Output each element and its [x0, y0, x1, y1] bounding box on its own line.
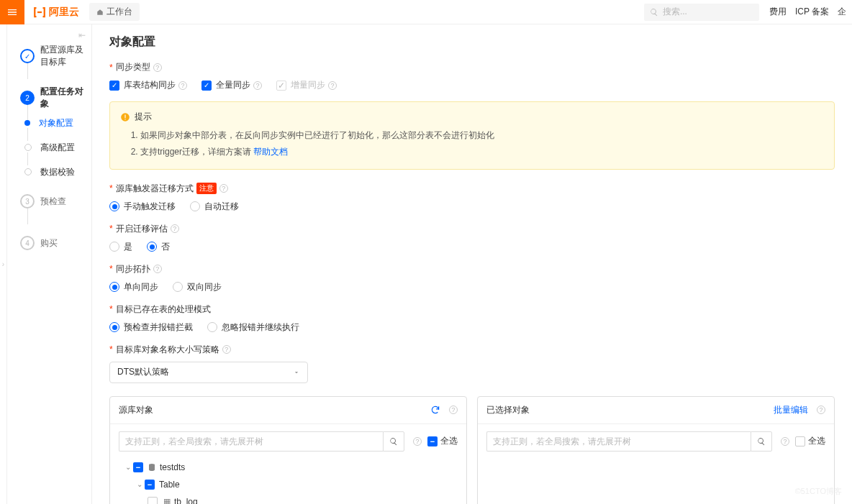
- substep-advanced-config[interactable]: 高级配置: [20, 135, 91, 160]
- svg-rect-2: [124, 114, 125, 118]
- check-icon: ✓: [20, 49, 35, 63]
- help-doc-link[interactable]: 帮助文档: [253, 147, 288, 157]
- radio-off-icon: [173, 282, 183, 292]
- workbench-label: 工作台: [106, 6, 132, 18]
- help-icon[interactable]: ?: [817, 406, 825, 414]
- top-link-fee[interactable]: 费用: [769, 6, 787, 18]
- alert-item: 支持trigger迁移，详细方案请 帮助文档: [140, 144, 824, 160]
- hamburger-menu[interactable]: [0, 0, 24, 24]
- target-search-input[interactable]: [486, 431, 751, 452]
- help-icon[interactable]: ?: [153, 63, 162, 72]
- chk-incremental-sync[interactable]: ✓ 增量同步 ?: [276, 79, 337, 91]
- brand-text: 阿里云: [49, 6, 79, 19]
- rdo-conflict-precheck[interactable]: 预检查并报错拦截: [109, 321, 193, 334]
- panel-title: 源库对象: [119, 404, 153, 416]
- chk-full-sync[interactable]: ✓ 全量同步 ?: [201, 79, 262, 91]
- radio-off-icon: [207, 322, 217, 332]
- database-icon: [148, 463, 156, 472]
- checkbox-on-icon: ✓: [201, 81, 212, 91]
- rdo-label: 预检查并报错拦截: [124, 321, 193, 334]
- rdo-label: 忽略报错并继续执行: [222, 321, 299, 334]
- target-select-all[interactable]: 全选: [795, 435, 825, 447]
- rdo-trigger-auto[interactable]: 自动迁移: [190, 201, 239, 213]
- selectall-text: 全选: [440, 435, 458, 447]
- search-button[interactable]: [751, 431, 772, 452]
- collapse-icon[interactable]: ⌄: [135, 480, 145, 488]
- rdo-assess-yes[interactable]: 是: [109, 241, 132, 253]
- page-title: 对象配置: [109, 35, 835, 50]
- help-icon[interactable]: ?: [328, 81, 337, 90]
- label-text: 开启迁移评估: [116, 223, 168, 235]
- radio-off-icon: [109, 242, 119, 252]
- step-label: 配置源库及目标库: [40, 44, 91, 68]
- conflict-label: 目标已存在表的处理模式: [109, 303, 835, 316]
- top-link-icp[interactable]: ICP 备案: [795, 6, 829, 18]
- svg-rect-3: [124, 119, 125, 119]
- help-icon[interactable]: ?: [153, 265, 162, 273]
- workbench-button[interactable]: 工作台: [89, 3, 140, 21]
- rdo-label: 单向同步: [124, 281, 158, 293]
- label-text: 目标已存在表的处理模式: [116, 303, 211, 316]
- chk-label: 库表结构同步: [124, 79, 176, 91]
- tree-label: testdts: [160, 462, 185, 472]
- checkbox-off-icon: [795, 436, 805, 446]
- rdo-label: 自动迁移: [204, 201, 239, 213]
- radio-on-icon: [147, 242, 157, 252]
- step-number-icon: 2: [20, 91, 35, 105]
- help-icon[interactable]: ?: [178, 81, 187, 90]
- case-select[interactable]: DTS默认策略: [109, 362, 308, 383]
- step-purchase[interactable]: 4 购买: [20, 230, 91, 256]
- chevron-down-icon: [293, 369, 300, 376]
- step-label: 预检查: [40, 196, 66, 208]
- chk-schema-sync[interactable]: ✓ 库表结构同步 ?: [109, 79, 187, 91]
- collapse-icon[interactable]: ⌄: [123, 463, 133, 471]
- help-icon[interactable]: ?: [449, 406, 458, 414]
- checkbox-on-icon: ✓: [109, 81, 119, 91]
- label-text: 源库触发器迁移方式: [116, 183, 194, 195]
- help-icon[interactable]: ?: [219, 184, 228, 193]
- batch-edit-link[interactable]: 批量编辑: [774, 404, 808, 416]
- rdo-trigger-manual[interactable]: 手动触发迁移: [109, 201, 176, 213]
- help-icon[interactable]: ?: [781, 437, 789, 446]
- help-icon[interactable]: ?: [253, 81, 262, 90]
- selectall-text: 全选: [808, 435, 825, 447]
- label-text: 同步拓扑: [116, 263, 150, 275]
- source-panel: 源库对象 ? ? − 全选 ⌄: [109, 396, 467, 504]
- target-panel: 已选择对象 批量编辑 ? ? 全选: [477, 396, 835, 504]
- rdo-topology-one[interactable]: 单向同步: [109, 281, 158, 293]
- substep-object-config[interactable]: 对象配置: [20, 111, 91, 135]
- sidebar-collapse-icon[interactable]: ⇤: [7, 27, 91, 43]
- step-number-icon: 4: [20, 236, 35, 250]
- substep-data-check[interactable]: 数据校验: [20, 160, 91, 184]
- rdo-assess-no[interactable]: 否: [147, 241, 170, 253]
- panel-title: 已选择对象: [486, 404, 530, 416]
- alert-item-text: 支持trigger迁移，详细方案请: [140, 147, 253, 157]
- source-select-all[interactable]: − 全选: [427, 435, 458, 447]
- label-text: 同步类型: [116, 61, 150, 73]
- help-icon[interactable]: ?: [222, 345, 231, 354]
- step-source-target[interactable]: ✓ 配置源库及目标库: [20, 43, 91, 69]
- collapse-handle[interactable]: ›: [0, 24, 7, 504]
- help-icon[interactable]: ?: [413, 437, 422, 446]
- assess-label: 开启迁移评估 ?: [109, 223, 835, 235]
- step-task-object[interactable]: 2 配置任务对象: [20, 85, 91, 111]
- topology-label: 同步拓扑 ?: [109, 263, 835, 275]
- rdo-topology-bi[interactable]: 双向同步: [173, 281, 222, 293]
- rdo-conflict-ignore[interactable]: 忽略报错并继续执行: [207, 321, 299, 334]
- rdo-label: 否: [161, 241, 170, 253]
- tree-table-group[interactable]: ⌄ − Table: [119, 476, 458, 493]
- tree-db[interactable]: ⌄ − testdts: [119, 459, 458, 476]
- rdo-label: 双向同步: [187, 281, 222, 293]
- chk-label: 全量同步: [216, 79, 250, 91]
- brand-logo[interactable]: 阿里云: [33, 6, 79, 19]
- refresh-icon[interactable]: [430, 405, 440, 415]
- step-precheck[interactable]: 3 预检查: [20, 188, 91, 214]
- tree-table-tb-log[interactable]: ▦ tb_log: [119, 493, 458, 504]
- top-link-enterprise[interactable]: 企: [838, 6, 846, 18]
- search-button[interactable]: [383, 431, 404, 452]
- rdo-label: 手动触发迁移: [124, 201, 176, 213]
- search-input[interactable]: 搜索...: [644, 4, 759, 21]
- note-badge: 注意: [196, 183, 217, 194]
- help-icon[interactable]: ?: [171, 224, 179, 233]
- source-search-input[interactable]: [119, 431, 383, 452]
